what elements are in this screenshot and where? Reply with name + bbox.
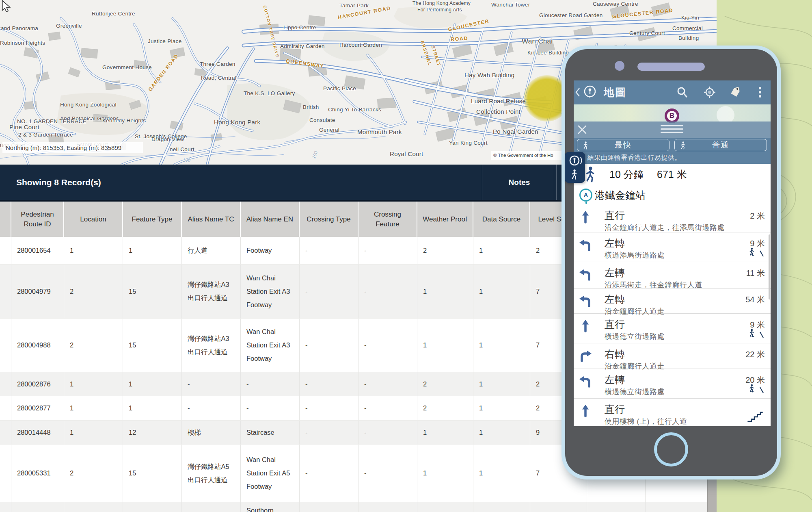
route-tab-fastest[interactable]: 最快 (577, 139, 669, 151)
cell-feature-type: 1 (123, 372, 182, 396)
cell-data-source: 1 (473, 237, 530, 264)
overflow-menu-icon[interactable] (753, 85, 767, 100)
cell-crossing-feature: - (358, 319, 417, 372)
column-header-data-source: Data Source (473, 202, 530, 237)
cell-weather-proof: 1 (417, 265, 473, 318)
step-distance: 11 米 (746, 268, 765, 279)
cell-crossing-feature: - (358, 421, 417, 444)
cell-route-id: 280014448 (11, 421, 64, 444)
left-turn-icon (579, 374, 592, 388)
back-chevron-icon[interactable] (574, 87, 581, 98)
app-logo-icon (583, 85, 597, 100)
map-label: Hay Wah Building (464, 72, 514, 78)
cell-location: 1 (64, 372, 123, 396)
route-steps-list: 直行2 米沿金鐘廊行人道走，往添馬街過路處左轉9 米橫過添馬街過路處左轉11 米… (574, 205, 771, 426)
phone-mockup: 地圖 (561, 46, 781, 479)
route-tab-normal[interactable]: 普通 (674, 139, 767, 151)
cell-feature-type: 15 (123, 445, 182, 502)
cell-alias-name-tc: - (182, 396, 241, 420)
map-label: Century Court (629, 30, 665, 36)
cell-row-select (0, 445, 11, 502)
cell-weather-proof (417, 502, 473, 512)
column-header-route-id: Pedestrian Route ID (11, 202, 64, 237)
step-title: 直行 (605, 403, 625, 416)
notes-header-cell[interactable]: Notes (482, 165, 557, 200)
home-button[interactable] (654, 432, 688, 466)
close-icon[interactable] (577, 124, 587, 135)
cell-row-select (0, 237, 11, 264)
map-label: Hong Kong Zoological (60, 102, 117, 108)
step-subtitle: 橫過德立街過路處 (605, 387, 665, 397)
cell-alias-name-tc: - (182, 372, 241, 396)
table-row[interactable]: 修頓花園行人Southorn (0, 502, 707, 512)
map-label: The Hong Kong Academy (412, 0, 471, 6)
road-label: ARSENAL (420, 40, 432, 66)
cell-weather-proof: 1 (417, 319, 473, 372)
poi-marker-b[interactable]: B (665, 108, 679, 123)
map-label: Admiralty Garden (280, 43, 325, 49)
step-title: 直行 (605, 209, 625, 222)
straight-arrow-icon (579, 319, 592, 332)
speaker-slot (637, 63, 705, 71)
route-step[interactable]: 左轉11 米沿添馬街走，往金鐘廊行人道 (574, 262, 771, 289)
route-step[interactable]: 直行2 米沿金鐘廊行人道走，往添馬街過路處 (574, 205, 771, 232)
map-label: British (303, 104, 319, 110)
route-distance: 671 米 (657, 164, 687, 185)
origin-row[interactable]: A 港鐵金鐘站 (574, 185, 771, 205)
right-turn-icon (579, 348, 592, 362)
locate-icon[interactable] (702, 85, 717, 100)
floating-app-logo[interactable] (565, 152, 585, 183)
route-step[interactable]: 右轉22 米沿金鐘廊行人道走 (574, 343, 771, 369)
road-label: GLOUCESTER (448, 18, 490, 33)
route-step[interactable]: 直行使用樓梯 (上)，往行人道 (574, 399, 771, 426)
cell-weather-proof: 1 (417, 445, 473, 502)
cell-route-id: 280001654 (11, 237, 64, 264)
route-step[interactable]: 左轉54 米沿金鐘廊行人道走 (574, 289, 771, 314)
left-turn-icon (579, 293, 592, 307)
list-scrollbar[interactable] (769, 234, 770, 299)
cell-weather-proof: 1 (417, 421, 473, 444)
map-label: 2 & 3 Garden Terrace (18, 132, 73, 138)
phone-screen: 地圖 (574, 80, 771, 426)
app-bar: 地圖 (574, 80, 771, 104)
map-label: For Performing Arts (417, 7, 462, 13)
cell-weather-proof: 2 (417, 372, 473, 396)
cell-alias-name-tc: 灣仔鐵路站A3出口行人通道 (182, 265, 241, 318)
map-label: Luard Road Refuse (471, 98, 526, 104)
map-label: Lippo Centre (283, 24, 316, 30)
route-step[interactable]: 左轉20 米橫過德立街過路處 (574, 369, 771, 399)
step-subtitle: 沿金鐘廊行人道走，往添馬街過路處 (605, 223, 725, 232)
cell-crossing-type: - (300, 237, 358, 264)
mini-map[interactable]: B (574, 104, 771, 121)
pedestrian-crossing-icon (749, 384, 764, 396)
cell-extra-1 (587, 502, 646, 512)
cell-data-source: 1 (473, 445, 530, 502)
tag-icon[interactable] (728, 85, 743, 100)
cell-crossing-type: - (300, 319, 358, 372)
column-header-row-select (0, 202, 11, 237)
search-icon[interactable] (675, 85, 689, 100)
route-step[interactable]: 左轉9 米橫過添馬街過路處 (574, 232, 771, 262)
cell-weather-proof: 2 (417, 396, 473, 420)
map-label: Tamar Park (339, 2, 369, 9)
map-label: Consulate (309, 117, 335, 123)
map-label: Harcourt Garden (339, 42, 382, 48)
drag-handle-icon[interactable] (661, 125, 683, 135)
route-step[interactable]: 直行9 米橫過德立街過路處 (574, 314, 771, 343)
pedestrian-crossing-icon (749, 329, 764, 341)
map-label: The K.S. LO Gallery (244, 90, 295, 96)
cell-feature-type (123, 502, 182, 512)
map-label: Yan King Court (449, 140, 488, 146)
cell-row-select (0, 265, 11, 318)
desktop: .road{stroke:#7d9fd2;fill:none;stroke-li… (0, 0, 812, 512)
map-label: and Panorama (1, 25, 38, 31)
step-subtitle: 使用樓梯 (上)，往行人道 (605, 417, 687, 426)
cell-route-id: 280005331 (11, 445, 64, 502)
cell-crossing-type: - (300, 265, 358, 318)
panel-drag-strip[interactable] (574, 121, 771, 138)
step-subtitle: 橫過德立街過路處 (605, 332, 665, 341)
cell-row-select (0, 319, 11, 372)
cell-row-select (0, 396, 11, 420)
cell-location: 1 (64, 237, 123, 264)
cell-alias-name-en: - (241, 396, 300, 420)
